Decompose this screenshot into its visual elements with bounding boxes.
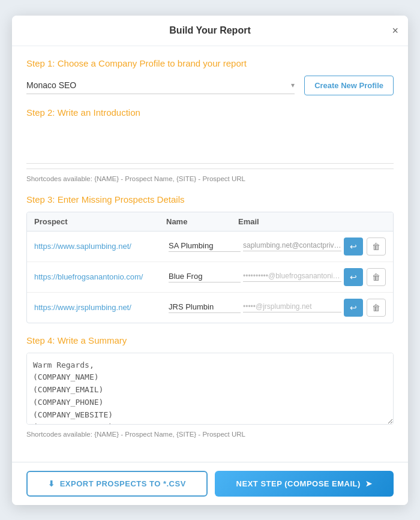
table-row: https://www.jrsplumbing.net/ JRS Plumbin… [27, 293, 393, 323]
modal-title: Build Your Report [169, 25, 250, 36]
step4-shortcode-hint: Shortcodes available: {NAME} - Prospect … [26, 431, 394, 438]
reply-button-2[interactable]: ↩ [344, 268, 363, 286]
modal-header: Build Your Report × [12, 16, 408, 46]
close-button[interactable]: × [392, 25, 398, 36]
profile-row: Monaco SEO ▾ Create New Profile [26, 76, 394, 95]
col-header-email: Email [238, 217, 386, 226]
prospect-url-2[interactable]: https://bluefrogsanantonio.com/ [34, 272, 166, 281]
step1-label: Step 1: Choose a Company Profile to bran… [26, 58, 394, 68]
company-profile-select[interactable]: Monaco SEO ▾ [26, 77, 295, 94]
prospect-name-3: JRS Plumbin [169, 302, 241, 313]
step2-shortcode-hint: Shortcodes available: {NAME} - Prospect … [26, 175, 394, 182]
next-step-button[interactable]: NEXT STEP (COMPOSE EMAIL) ➤ [215, 471, 394, 497]
build-report-modal: Build Your Report × Step 1: Choose a Com… [12, 16, 408, 505]
delete-button-1[interactable]: 🗑 [367, 238, 386, 256]
step4-label: Step 4: Write a Summary [26, 335, 394, 345]
prospect-email-1: saplumbing.net@contactprivacy.com [243, 241, 341, 251]
prospect-email-2: ••••••••••@bluefrogsanantonio.c• [243, 272, 341, 282]
step2-label: Step 2: Write an Introduction [26, 107, 394, 118]
divider [26, 169, 394, 169]
selected-profile-value: Monaco SEO [26, 80, 291, 90]
prospect-name-1: SA Plumbing [169, 241, 241, 252]
prospect-url-1[interactable]: https://www.saplumbing.net/ [34, 242, 166, 251]
next-icon: ➤ [365, 479, 373, 488]
summary-textarea[interactable]: Warm Regards, (COMPANY_NAME) (COMPANY_EM… [26, 353, 394, 425]
col-header-name: Name [166, 217, 238, 226]
next-label: NEXT STEP (COMPOSE EMAIL) [236, 479, 361, 488]
modal-body: Step 1: Choose a Company Profile to bran… [12, 46, 408, 462]
dropdown-arrow-icon: ▾ [291, 81, 295, 89]
introduction-textarea[interactable] [26, 125, 394, 161]
delete-button-2[interactable]: 🗑 [367, 268, 386, 286]
modal-footer: ⬇ EXPORT PROSPECTS TO *.CSV NEXT STEP (C… [12, 462, 408, 505]
table-row: https://www.saplumbing.net/ SA Plumbing … [27, 232, 393, 262]
export-button[interactable]: ⬇ EXPORT PROSPECTS TO *.CSV [26, 471, 208, 497]
row-actions-3: ↩ 🗑 [344, 299, 386, 317]
step1-section: Step 1: Choose a Company Profile to bran… [26, 58, 394, 95]
reply-button-3[interactable]: ↩ [344, 299, 363, 317]
prospects-table: Prospect Name Email https://www.saplumbi… [26, 212, 394, 323]
step3-label: Step 3: Enter Missing Prospects Details [26, 194, 394, 205]
prospect-name-2: Blue Frog [169, 272, 241, 282]
row-actions-1: ↩ 🗑 [344, 238, 386, 256]
prospect-url-3[interactable]: https://www.jrsplumbing.net/ [34, 303, 166, 312]
step4-section: Step 4: Write a Summary Warm Regards, (C… [26, 335, 394, 438]
export-icon: ⬇ [48, 479, 55, 488]
prospect-email-3: •••••@jrsplumbing.net [243, 302, 341, 312]
step2-section: Step 2: Write an Introduction Shortcodes… [26, 107, 394, 182]
introduction-area [26, 125, 394, 164]
table-header: Prospect Name Email [27, 212, 393, 232]
row-actions-2: ↩ 🗑 [344, 268, 386, 286]
col-header-prospect: Prospect [34, 217, 166, 226]
export-label: EXPORT PROSPECTS TO *.CSV [60, 479, 186, 488]
create-new-profile-button[interactable]: Create New Profile [304, 76, 394, 95]
table-row: https://bluefrogsanantonio.com/ Blue Fro… [27, 262, 393, 293]
reply-button-1[interactable]: ↩ [344, 238, 363, 256]
delete-button-3[interactable]: 🗑 [367, 299, 386, 317]
step3-section: Step 3: Enter Missing Prospects Details … [26, 194, 394, 323]
